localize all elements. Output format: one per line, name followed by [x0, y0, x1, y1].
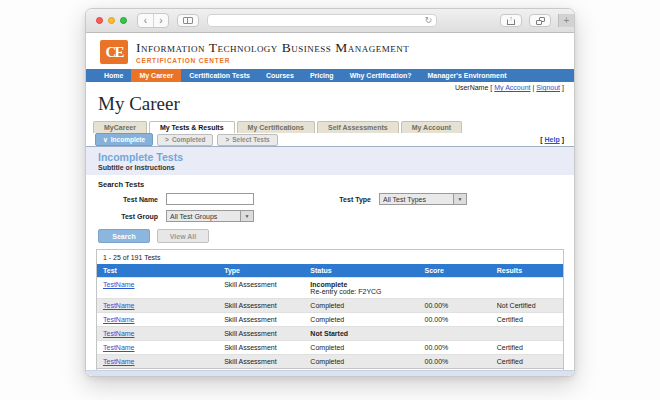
- help-bracket-close: ]: [562, 136, 564, 143]
- tab-bar: MyCareer My Tests & Results My Certifica…: [86, 118, 574, 133]
- address-bar[interactable]: ↻: [207, 14, 437, 27]
- test-group-select[interactable]: All Test Groups ▼: [166, 210, 254, 222]
- test-score-cell: 00.00%: [419, 355, 491, 369]
- test-score-cell: [419, 278, 491, 299]
- test-name-link[interactable]: TestName: [103, 330, 135, 337]
- signout-link[interactable]: Signout: [536, 84, 560, 91]
- test-type-label: Test Type: [326, 196, 371, 203]
- search-row-1: Test Name Test Type All Test Types ▼: [98, 193, 564, 205]
- help-bracket-open: [: [540, 136, 542, 143]
- test-status-cell: Completed: [304, 299, 418, 313]
- history-nav-buttons: ‹ ›: [137, 13, 169, 28]
- table-row: TestName Skill Assessment Not Started: [97, 327, 563, 341]
- test-name-link[interactable]: TestName: [103, 316, 135, 323]
- site-masthead: CE Information Technology Business Manag…: [86, 33, 574, 69]
- test-score-cell: 00.00%: [419, 313, 491, 327]
- test-type-cell: Skill Assessment: [218, 341, 304, 355]
- subtab-incomplete[interactable]: ∨ Incomplete: [95, 133, 153, 146]
- my-account-link[interactable]: My Account: [494, 84, 530, 91]
- section-title: Incomplete Tests: [98, 151, 574, 163]
- test-score-cell: [419, 327, 491, 341]
- page-footer-strip: [86, 370, 574, 377]
- nav-item-managers-environment[interactable]: Manager's Environment: [419, 69, 514, 82]
- search-row-2: Test Group All Test Groups ▼: [98, 210, 564, 222]
- tab-overview-button[interactable]: [529, 14, 551, 27]
- help-link[interactable]: Help: [545, 136, 560, 143]
- nav-item-courses[interactable]: Courses: [258, 69, 302, 82]
- window-controls: [96, 17, 127, 24]
- subtab-select-tests[interactable]: > Select Tests: [217, 134, 277, 146]
- search-tests-form: Search Tests Test Name Test Type All Tes…: [86, 175, 574, 222]
- col-header-status[interactable]: Status: [304, 264, 418, 278]
- minimize-window-button[interactable]: [108, 17, 115, 24]
- table-header-row: Test Type Status Score Results: [97, 264, 563, 278]
- test-name-link[interactable]: TestName: [103, 302, 135, 309]
- table-row: TestName Skill Assessment Completed 00.0…: [97, 355, 563, 369]
- section-subtitle: Subtitle or Instructions: [98, 164, 574, 171]
- table-row: TestName Skill Assessment Completed 00.0…: [97, 313, 563, 327]
- results-count: 1 - 25 of 191 Tests: [97, 250, 563, 264]
- tab-my-account[interactable]: My Account: [401, 121, 462, 133]
- col-header-results[interactable]: Results: [491, 264, 563, 278]
- page-title: My Career: [86, 93, 574, 118]
- forward-icon[interactable]: ›: [153, 14, 168, 27]
- view-all-button[interactable]: View All: [157, 229, 209, 243]
- nav-item-my-career[interactable]: My Career: [131, 69, 181, 82]
- test-group-label: Test Group: [98, 213, 158, 220]
- back-icon[interactable]: ‹: [138, 14, 153, 27]
- zoom-window-button[interactable]: [120, 17, 127, 24]
- share-button[interactable]: ↑: [500, 14, 522, 27]
- nav-item-why-certification[interactable]: Why Certification?: [342, 69, 420, 82]
- test-name-link[interactable]: TestName: [103, 344, 135, 351]
- test-type-cell: Skill Assessment: [218, 278, 304, 299]
- test-name-link[interactable]: TestName: [103, 358, 135, 365]
- search-button[interactable]: Search: [98, 229, 150, 243]
- tab-mycareer[interactable]: MyCareer: [93, 121, 147, 133]
- tab-my-certifications[interactable]: My Certifications: [237, 121, 315, 133]
- bracket-open: [: [490, 84, 492, 91]
- test-type-select[interactable]: All Test Types ▼: [379, 193, 467, 205]
- test-group-value: All Test Groups: [170, 213, 217, 220]
- subtab-completed[interactable]: > Completed: [157, 134, 213, 146]
- test-name-input[interactable]: [166, 193, 254, 205]
- site-logo[interactable]: CE: [100, 40, 128, 64]
- status-text: Incomplete: [310, 281, 418, 288]
- test-name-link[interactable]: TestName: [103, 281, 135, 288]
- test-results-cell: [491, 327, 563, 341]
- nav-item-pricing[interactable]: Pricing: [302, 69, 342, 82]
- username-label: UserName: [455, 84, 488, 91]
- browser-window: ‹ › ↻ ↑: [85, 8, 575, 377]
- table-row: TestName Skill Assessment Completed 00.0…: [97, 341, 563, 355]
- chevron-right-icon: >: [165, 136, 169, 143]
- col-header-test[interactable]: Test: [97, 264, 218, 278]
- new-tab-button[interactable]: +: [558, 14, 574, 27]
- subtab-select-tests-label: Select Tests: [232, 136, 269, 143]
- col-header-type[interactable]: Type: [218, 264, 304, 278]
- table-row: TestName Skill Assessment Incomplete Re-…: [97, 278, 563, 299]
- test-status-cell: Not Started: [304, 327, 418, 341]
- test-results-cell: Certified: [491, 355, 563, 369]
- sub-navigation: ∨ Incomplete > Completed > Select Tests …: [86, 133, 574, 147]
- tab-self-assessments[interactable]: Self Assessments: [317, 121, 399, 133]
- test-results-cell: Certified: [491, 313, 563, 327]
- section-header: Incomplete Tests Subtitle or Instruction…: [86, 147, 574, 175]
- sidebar-button[interactable]: [177, 14, 199, 27]
- test-status-cell: Completed: [304, 341, 418, 355]
- col-header-score[interactable]: Score: [419, 264, 491, 278]
- test-results-cell: Not Certified: [491, 299, 563, 313]
- tab-my-tests-results[interactable]: My Tests & Results: [149, 121, 235, 133]
- share-box-icon: [507, 19, 515, 25]
- tab-overview-icon: [536, 17, 545, 25]
- test-type-cell: Skill Assessment: [218, 313, 304, 327]
- results-table-container: 1 - 25 of 191 Tests Test Type Status Sco…: [96, 249, 564, 377]
- nav-item-home[interactable]: Home: [96, 69, 131, 82]
- test-results-cell: Certified: [491, 341, 563, 355]
- bracket-close: ]: [562, 84, 564, 91]
- close-window-button[interactable]: [96, 17, 103, 24]
- user-bar: UserName [ My Account | Signout ]: [86, 82, 574, 93]
- refresh-icon[interactable]: ↻: [424, 16, 432, 25]
- web-page: CE Information Technology Business Manag…: [86, 33, 574, 377]
- subtab-incomplete-label: Incomplete: [111, 136, 145, 143]
- nav-item-certification-tests[interactable]: Certification Tests: [181, 69, 258, 82]
- test-score-cell: 00.00%: [419, 299, 491, 313]
